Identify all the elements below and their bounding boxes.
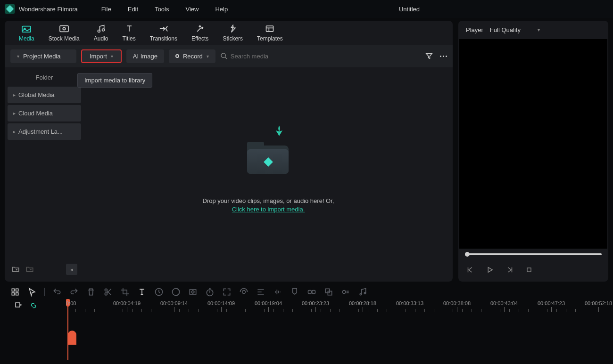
tick-label: 00:00:14:09 [207, 300, 235, 306]
tab-stock-media[interactable]: Stock Media [49, 24, 80, 45]
marker-icon[interactable] [290, 287, 299, 297]
timeline-ruler[interactable]: 0:0000:00:04:1900:00:09:1400:00:14:0900:… [66, 300, 608, 315]
delete-icon[interactable] [86, 287, 96, 297]
tick: 00:00:52:18 [585, 300, 612, 312]
remove-folder-icon[interactable] [25, 265, 34, 274]
mask-icon[interactable] [239, 287, 249, 297]
audio-adjust-icon[interactable] [273, 287, 282, 297]
prev-frame-icon[interactable] [466, 266, 474, 274]
svg-point-19 [242, 291, 246, 294]
tab-stickers-label: Stickers [223, 35, 243, 42]
menu-view[interactable]: View [185, 6, 199, 13]
tick: 00:00:23:23 [302, 300, 329, 312]
svg-point-25 [360, 293, 361, 295]
audio-icon [96, 24, 106, 33]
speed-icon[interactable] [154, 287, 164, 297]
crop-icon[interactable] [120, 287, 130, 297]
tab-effects[interactable]: Effects [191, 24, 208, 45]
tick: 00:00:14:09 [207, 300, 235, 312]
tab-transitions[interactable]: Transitions [150, 24, 177, 45]
tick-label: 00:00:09:14 [160, 300, 188, 306]
svg-point-24 [342, 291, 346, 294]
svg-rect-21 [312, 291, 315, 294]
redo-icon[interactable] [69, 287, 79, 297]
tick: 00:00:19:04 [255, 300, 282, 312]
chevron-left-icon: ◂ [70, 267, 73, 273]
app-name: Wondershare Filmora [19, 6, 78, 13]
search-icon [220, 52, 228, 60]
media-tabs: Media Stock Media Audio Titles [5, 21, 453, 45]
menu-edit[interactable]: Edit [128, 6, 138, 13]
drop-text: Drop your video clips, images, or audio … [203, 197, 334, 204]
link-icon[interactable] [29, 301, 38, 310]
import-link[interactable]: Click here to import media. [232, 206, 305, 213]
tick: 00:00:33:13 [396, 300, 423, 312]
music-tool-icon[interactable] [358, 287, 367, 297]
tab-audio-label: Audio [94, 35, 108, 42]
track-marker[interactable] [68, 331, 76, 345]
tab-templates[interactable]: Templates [257, 24, 283, 45]
color-icon[interactable] [171, 287, 181, 297]
media-sidebar: Folder Global Media Cloud Media Adjustme… [5, 67, 84, 282]
svg-point-3 [63, 27, 65, 30]
sidebar-item-cloud-media[interactable]: Cloud Media [8, 105, 81, 121]
menu-file[interactable]: File [101, 6, 111, 13]
track-tool-icon[interactable] [341, 287, 350, 297]
project-media-button[interactable]: ▾ Project Media [10, 49, 76, 63]
link-tool-icon[interactable] [307, 287, 316, 297]
video-preview[interactable] [459, 39, 607, 249]
play-icon[interactable] [486, 266, 494, 274]
stop-icon[interactable] [525, 266, 533, 274]
sidebar-item-global-media[interactable]: Global Media [8, 87, 81, 103]
import-folder-graphic [247, 136, 290, 174]
ai-image-button[interactable]: AI Image [126, 49, 164, 63]
sidebar-item-label: Cloud Media [18, 110, 53, 117]
timeline-tracks[interactable] [5, 316, 608, 353]
layers-icon[interactable] [324, 287, 333, 297]
undo-icon[interactable] [52, 287, 62, 297]
titles-icon [124, 24, 134, 33]
import-button[interactable]: Import ▾ [81, 49, 122, 63]
timeline-toolbar [5, 283, 608, 300]
media-drop-area[interactable]: Import media to library Drop your video … [84, 67, 453, 282]
import-label: Import [90, 53, 107, 60]
stickers-icon [228, 24, 238, 33]
pointer-icon[interactable] [27, 287, 37, 297]
grid-icon[interactable] [10, 287, 20, 297]
more-icon[interactable] [440, 56, 447, 57]
svg-rect-27 [16, 303, 20, 307]
next-frame-icon[interactable] [505, 266, 514, 274]
record-indicator-icon [175, 54, 179, 58]
quality-select[interactable]: Full Quality ▾ [490, 26, 540, 33]
tab-stickers[interactable]: Stickers [223, 24, 243, 45]
record-button[interactable]: Record ▾ [169, 49, 215, 63]
stopwatch-icon[interactable] [205, 287, 215, 297]
collapse-sidebar-button[interactable]: ◂ [66, 264, 77, 275]
add-folder-icon[interactable] [11, 265, 20, 274]
chevron-down-icon: ▾ [207, 54, 209, 59]
menu-tools[interactable]: Tools [155, 6, 169, 13]
tick-label: 00:00:38:08 [443, 300, 471, 306]
app-logo-icon [5, 4, 15, 14]
svg-rect-10 [16, 289, 18, 291]
split-icon[interactable] [103, 287, 113, 297]
filter-icon[interactable] [425, 52, 433, 60]
svg-rect-20 [308, 291, 312, 294]
playback-slider[interactable] [458, 249, 608, 260]
tab-titles[interactable]: Titles [122, 24, 135, 45]
menu-help[interactable]: Help [215, 6, 228, 13]
sidebar-item-adjustment-layer[interactable]: Adjustment La... [8, 123, 81, 140]
arrow-down-icon [273, 124, 286, 137]
tab-media[interactable]: Media [19, 24, 34, 45]
media-toolbar: ▾ Project Media Import ▾ AI Image Record… [5, 45, 453, 67]
search-input[interactable] [231, 53, 325, 60]
tab-effects-label: Effects [191, 35, 208, 42]
align-icon[interactable] [256, 287, 265, 297]
svg-rect-2 [60, 26, 68, 32]
text-icon[interactable] [137, 287, 147, 297]
tab-audio[interactable]: Audio [94, 24, 108, 45]
expand-icon[interactable] [222, 287, 232, 297]
keyframe-icon[interactable] [188, 287, 198, 297]
tick-label: 0:00 [66, 300, 76, 306]
add-track-icon[interactable] [14, 301, 23, 310]
